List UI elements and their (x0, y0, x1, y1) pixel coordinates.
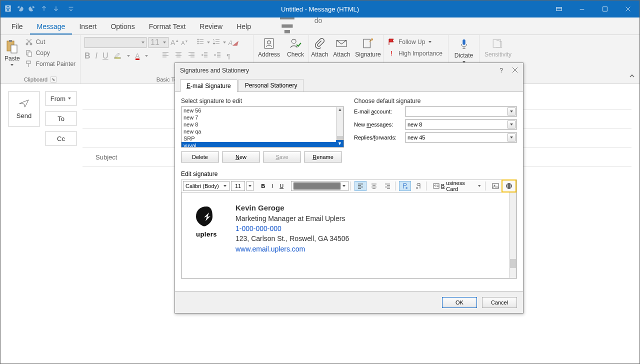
highlight-icon[interactable] (114, 51, 122, 61)
editor-scrollbar[interactable] (509, 192, 516, 278)
dictate-button[interactable]: Dictate (452, 37, 475, 64)
increase-indent-icon[interactable] (214, 51, 222, 61)
address-book-button[interactable]: Address (258, 37, 280, 58)
undo-icon[interactable] (16, 5, 24, 14)
editor-align-right-icon[interactable] (382, 181, 394, 191)
svg-rect-17 (264, 38, 273, 48)
decrease-indent-icon[interactable] (200, 51, 208, 61)
cc-button[interactable]: Cc (46, 131, 76, 146)
clear-format-icon[interactable]: A◢ (228, 39, 238, 46)
replies-forwards-combo[interactable]: new 45 (405, 132, 517, 142)
qat-customize-icon[interactable] (68, 5, 74, 14)
check-names-button[interactable]: Check (287, 37, 304, 58)
dialog-close-icon[interactable] (512, 67, 518, 74)
down-arrow-icon[interactable] (52, 5, 60, 14)
ok-button[interactable]: OK (442, 297, 477, 308)
copy-button[interactable]: Copy (25, 48, 76, 58)
svg-rect-21 (364, 39, 370, 48)
business-card-button[interactable]: Business Card (430, 181, 484, 191)
listbox-dropdown-icon[interactable]: ▼ (336, 140, 344, 147)
align-right-icon[interactable] (188, 51, 196, 61)
list-item[interactable]: new 8 (182, 121, 344, 128)
align-left-icon[interactable] (162, 51, 170, 61)
signature-editor[interactable]: uplers Kevin Geroge Marketing Manager at… (181, 192, 517, 278)
shrink-font-icon[interactable]: A▼ (181, 40, 188, 46)
bullets-icon[interactable] (196, 38, 204, 48)
sensitivity-icon (492, 37, 504, 50)
from-button[interactable]: From (46, 91, 76, 106)
high-importance-button[interactable]: !High Importance (388, 48, 444, 58)
list-item-selected[interactable]: yuval (182, 142, 344, 148)
italic-icon[interactable]: I (96, 52, 98, 60)
grow-font-icon[interactable]: A▲ (170, 38, 179, 46)
font-size-combo[interactable]: 11 (148, 37, 168, 48)
tab-file[interactable]: File (4, 19, 30, 34)
redo-icon[interactable] (28, 5, 36, 14)
editor-rtl-icon[interactable] (412, 181, 424, 191)
editor-size-combo[interactable]: 11 (231, 181, 246, 191)
editor-ltr-icon[interactable] (399, 181, 411, 191)
save-icon[interactable] (4, 5, 12, 14)
editor-align-left-icon[interactable] (354, 181, 366, 191)
list-item[interactable]: new qa (182, 128, 344, 135)
editor-size-dd[interactable] (246, 181, 254, 191)
insert-picture-icon[interactable] (490, 181, 502, 191)
numbering-icon[interactable] (212, 38, 220, 48)
tab-personal-stationery[interactable]: Personal Stationery (238, 79, 304, 92)
rename-button[interactable]: Rename (304, 152, 342, 162)
bold-icon[interactable]: B (84, 52, 90, 60)
editor-color-combo[interactable] (291, 181, 348, 191)
dialog-title: Signatures and Stationery (180, 67, 249, 74)
font-color-icon[interactable]: A (136, 52, 140, 60)
clipboard-launcher-icon[interactable]: ⬊ (50, 76, 56, 82)
ribbon-display-icon[interactable] (548, 0, 570, 18)
tab-email-signature[interactable]: E-mail Signature (180, 80, 238, 92)
editor-align-center-icon[interactable] (368, 181, 380, 191)
up-arrow-icon[interactable] (40, 5, 48, 14)
svg-rect-3 (556, 8, 562, 11)
cancel-button[interactable]: Cancel (482, 297, 517, 308)
follow-up-button[interactable]: Follow Up (388, 37, 444, 47)
list-item[interactable]: new 7 (182, 114, 344, 121)
editor-font-combo[interactable]: Calibri (Body) (183, 181, 230, 191)
list-item[interactable]: SRP (182, 135, 344, 142)
maximize-button[interactable] (594, 0, 616, 18)
dialog-help-icon[interactable]: ? (500, 67, 503, 74)
signature-phone[interactable]: 1-000-000-000 (236, 224, 282, 232)
attach-item-button[interactable]: Attach (333, 37, 350, 58)
delete-button[interactable]: Delete (181, 152, 219, 162)
close-button[interactable] (616, 0, 640, 18)
new-button[interactable]: New (222, 152, 260, 162)
format-painter-button[interactable]: Format Painter (25, 59, 76, 69)
tab-options[interactable]: Options (104, 19, 142, 34)
editor-underline-icon[interactable]: U (277, 181, 286, 191)
editor-italic-icon[interactable]: I (269, 181, 276, 191)
minimize-button[interactable] (570, 0, 594, 18)
tab-help[interactable]: Help (230, 19, 258, 34)
chevron-down-icon (508, 120, 516, 128)
font-name-combo[interactable] (84, 37, 146, 48)
signature-url[interactable]: www.email.uplers.com (236, 245, 305, 253)
insert-hyperlink-icon[interactable] (503, 181, 515, 191)
pilcrow-icon[interactable]: ¶ (226, 52, 230, 60)
tab-message[interactable]: Message (30, 19, 72, 34)
signature-listbox[interactable]: new 56 new 7 new 8 new qa SRP yuval ▲▼ ▼ (181, 106, 344, 148)
new-messages-combo[interactable]: new 8 (405, 120, 517, 130)
tab-format-text[interactable]: Format Text (142, 19, 193, 34)
align-center-icon[interactable] (174, 51, 182, 61)
tab-review[interactable]: Review (192, 19, 230, 34)
tab-insert[interactable]: Insert (72, 19, 104, 34)
collapse-ribbon-icon[interactable] (628, 72, 636, 82)
attach-file-button[interactable]: Attach (311, 37, 328, 58)
editor-bold-icon[interactable]: B (258, 181, 268, 191)
signature-content: Kevin Geroge Marketing Manager at Email … (236, 202, 349, 268)
list-item[interactable]: new 56 (182, 107, 344, 114)
paste-button[interactable]: Paste (4, 39, 20, 67)
send-button[interactable]: Send (8, 91, 40, 127)
underline-icon[interactable]: U (102, 52, 108, 60)
signature-button[interactable]: Signature (355, 37, 380, 58)
email-account-combo[interactable] (405, 106, 517, 116)
to-button[interactable]: To (46, 111, 76, 126)
cut-button[interactable]: Cut (25, 37, 76, 47)
save-button-dialog[interactable]: Save (263, 152, 301, 162)
